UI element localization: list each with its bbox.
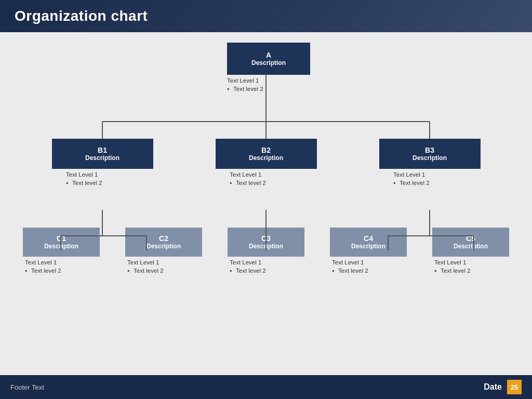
- footer-text: Footer Text: [10, 383, 44, 391]
- node-c1-text: Text Level 1 Text level 2: [25, 259, 98, 274]
- node-c4-level2: Text level 2: [332, 268, 405, 274]
- row-c: C1 Description Text Level 1 Text level 2…: [22, 228, 510, 274]
- node-c4-level1: Text Level 1: [332, 259, 405, 265]
- node-c4-container: C4 Description Text Level 1 Text level 2: [329, 228, 408, 274]
- node-b3-level1: Text Level 1: [393, 171, 466, 178]
- node-a: A Description: [227, 43, 310, 75]
- node-c3: C3 Description: [228, 228, 304, 257]
- node-a-title: A: [266, 51, 271, 59]
- node-b1-level1: Text Level 1: [66, 171, 139, 178]
- node-c3-level2: Text level 2: [230, 268, 302, 274]
- node-c2-level2: Text level 2: [127, 268, 200, 274]
- node-c1: C1 Description: [23, 228, 100, 257]
- footer-page-number: 25: [507, 380, 522, 394]
- node-c4-text: Text Level 1 Text level 2: [332, 259, 405, 274]
- node-b2-container: B2 Description Text Level 1 Text level 2: [185, 139, 347, 186]
- node-c2: C2 Description: [125, 228, 202, 257]
- node-b3-title: B3: [425, 146, 434, 154]
- node-c5-container: C5 Description Text Level 1 Text level 2: [431, 228, 510, 274]
- node-c2-level1: Text Level 1: [127, 259, 200, 265]
- node-b2: B2 Description: [216, 139, 317, 169]
- node-c3-description: Description: [249, 243, 283, 250]
- footer-date: Date: [484, 382, 502, 392]
- node-c5: C5 Description: [432, 228, 509, 257]
- node-c3-level1: Text Level 1: [230, 259, 302, 265]
- node-b1-level2: Text level 2: [66, 180, 139, 186]
- node-b2-title: B2: [261, 146, 271, 154]
- node-c3-container: C3 Description Text Level 1 Text level 2: [227, 228, 305, 274]
- node-b1-title: B1: [98, 146, 107, 154]
- node-c2-description: Description: [147, 243, 181, 250]
- node-b3-level2: Text level 2: [393, 180, 466, 186]
- node-c1-container: C1 Description Text Level 1 Text level 2: [22, 228, 101, 274]
- node-c4-description: Description: [351, 243, 385, 250]
- node-b2-description: Description: [249, 154, 283, 162]
- page-title: Organization chart: [15, 8, 148, 24]
- node-b3-description: Description: [413, 154, 447, 162]
- row-a: A Description Text Level 1 Text level 2: [22, 43, 510, 92]
- node-a-container: A Description Text Level 1 Text level 2: [222, 43, 310, 92]
- node-c1-level1: Text Level 1: [25, 259, 98, 265]
- org-chart: A Description Text Level 1 Text level 2 …: [22, 43, 510, 274]
- row-b: B1 Description Text Level 1 Text level 2…: [22, 139, 510, 186]
- node-a-text: Text Level 1 Text level 2: [227, 77, 300, 92]
- node-b3-container: B3 Description Text Level 1 Text level 2: [349, 139, 510, 186]
- node-c2-text: Text Level 1 Text level 2: [127, 259, 200, 274]
- node-c5-title: C5: [466, 234, 475, 243]
- node-c2-container: C2 Description Text Level 1 Text level 2: [124, 228, 203, 274]
- node-c5-level1: Text Level 1: [434, 259, 507, 265]
- node-b3-text: Text Level 1 Text level 2: [393, 171, 466, 186]
- node-c1-title: C1: [57, 234, 66, 243]
- node-b2-level1: Text Level 1: [230, 171, 302, 178]
- main-content: A Description Text Level 1 Text level 2 …: [0, 32, 532, 375]
- node-c4: C4 Description: [330, 228, 407, 257]
- node-a-level2: Text level 2: [227, 86, 300, 92]
- node-a-description: Description: [251, 59, 286, 66]
- node-b3: B3 Description: [379, 139, 481, 169]
- node-b1-text: Text Level 1 Text level 2: [66, 171, 139, 186]
- node-c5-text: Text Level 1 Text level 2: [434, 259, 507, 274]
- node-b1-description: Description: [85, 154, 119, 162]
- connector-spacer-ab: [22, 92, 510, 139]
- node-c4-title: C4: [364, 234, 373, 243]
- node-b1-container: B1 Description Text Level 1 Text level 2: [22, 139, 183, 186]
- node-c1-description: Description: [44, 243, 78, 250]
- node-b2-text: Text Level 1 Text level 2: [230, 171, 302, 186]
- node-c3-text: Text Level 1 Text level 2: [230, 259, 302, 274]
- node-a-level1: Text Level 1: [227, 77, 300, 84]
- node-c2-title: C2: [159, 234, 168, 243]
- node-c5-description: Description: [454, 243, 488, 250]
- node-c5-level2: Text level 2: [434, 268, 507, 274]
- footer-right: Date 25: [484, 380, 522, 394]
- node-c1-level2: Text level 2: [25, 268, 98, 274]
- node-c3-title: C3: [261, 234, 271, 243]
- node-b1: B1 Description: [52, 139, 153, 169]
- connector-spacer-bc: [22, 186, 510, 228]
- node-b2-level2: Text level 2: [230, 180, 302, 186]
- header: Organization chart: [0, 0, 532, 32]
- footer: Footer Text Date 25: [0, 375, 532, 399]
